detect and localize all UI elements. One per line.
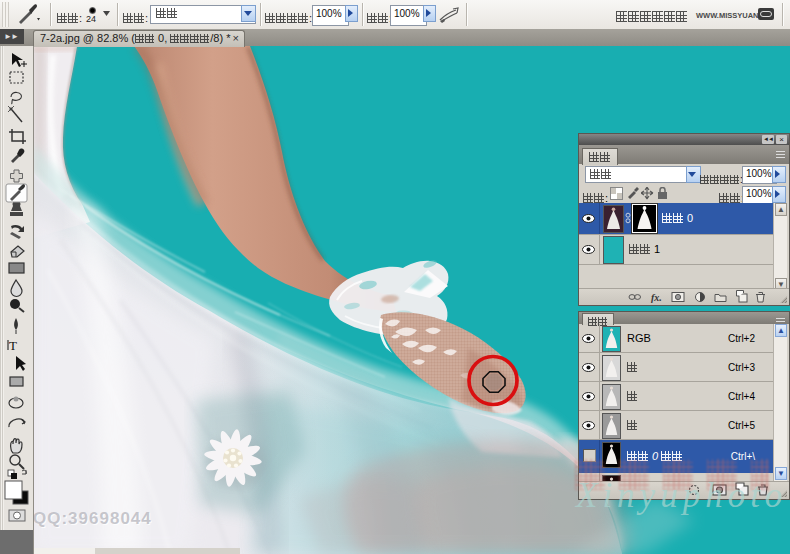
svg-text:T: T: [9, 338, 17, 353]
svg-text:fx.: fx.: [651, 292, 662, 303]
